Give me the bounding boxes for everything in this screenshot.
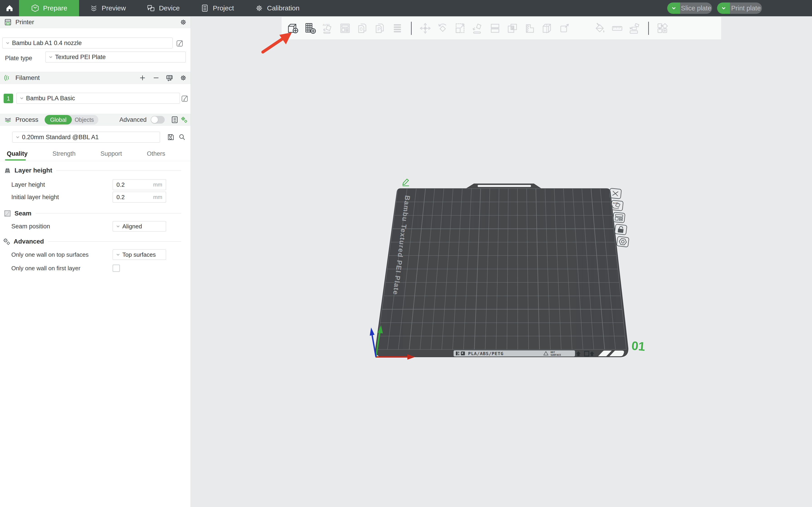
tab-project[interactable]: Project (190, 0, 244, 16)
tab-preview[interactable]: Preview (79, 0, 136, 16)
assembly-button (628, 22, 641, 35)
tab-label: Device (159, 4, 180, 12)
hex-nut-icon (619, 238, 627, 245)
search-icon (178, 133, 186, 141)
auto-orient-plate-button[interactable]: AUTO (611, 200, 623, 211)
only-one-wall-first-layer-checkbox[interactable] (113, 265, 120, 272)
build-plate[interactable]: Bambu Textured PEI Plate PLA/ABS/PETG HO… (375, 184, 646, 357)
lay-on-face-button (471, 22, 484, 35)
printer-section-header: .grn{stroke:#4CAC50;fill:#4CAC50;fill-op… (0, 16, 191, 28)
split-objects-icon (489, 22, 501, 35)
filament-slot-badge[interactable]: 1 (4, 94, 13, 103)
process-preset-value: 0.20mm Standard @BBL A1 (22, 134, 99, 141)
filament-preset-select[interactable]: Bambu PLA Basic (16, 93, 180, 104)
add-filament-button[interactable] (139, 74, 147, 82)
process-preset-select[interactable]: 0.20mm Standard @BBL A1 (12, 132, 160, 143)
lock-plate-button[interactable] (615, 224, 627, 235)
seam-position-select[interactable]: Aligned (113, 221, 166, 232)
remove-filament-button[interactable] (152, 74, 160, 82)
auto-orient-icon (612, 202, 620, 209)
strip-background (454, 350, 575, 356)
settings-sidebar: .grn{stroke:#4CAC50;fill:#4CAC50;fill-op… (0, 16, 191, 507)
save-preset-button[interactable] (167, 133, 175, 141)
search-preset-button[interactable] (178, 133, 186, 141)
svg-text:0: 0 (360, 26, 362, 32)
plate-surface[interactable] (375, 184, 628, 357)
filament-settings-button[interactable] (179, 74, 187, 82)
initial-layer-height-input[interactable]: 0.2 mm (113, 192, 166, 203)
seam-position-value: Aligned (122, 223, 142, 230)
strip-eject-icons (576, 351, 594, 356)
lock-open-icon (618, 226, 624, 233)
printer-preset-select[interactable]: Bambu Lab A1 0.4 nozzle (2, 38, 173, 48)
edit-printer-button[interactable] (176, 39, 185, 47)
advanced-toggle-label: Advanced (119, 116, 147, 123)
toolbar-separator (648, 22, 649, 35)
plate-type-value: Textured PEI Plate (55, 54, 106, 61)
strip-material-text: PLA/ABS/PETG (468, 351, 504, 356)
viewport-toolbar: AUTO 0 P Ta (282, 17, 721, 39)
add-model-button[interactable] (286, 22, 299, 35)
printer-settings-button[interactable] (179, 18, 187, 26)
layer-height-value: 0.2 (116, 181, 153, 188)
slice-plate-button[interactable]: Slice plate (667, 2, 712, 14)
printer-preset-value: Bambu Lab A1 0.4 nozzle (12, 40, 82, 47)
tab-quality[interactable]: Quality (7, 150, 28, 157)
chevron-down-icon (671, 5, 677, 11)
tab-strength[interactable]: Strength (53, 150, 76, 157)
print-plate-dropdown-arrow[interactable] (717, 2, 730, 14)
lay-on-face-icon (471, 22, 484, 35)
group-title: Advanced (14, 238, 44, 245)
svg-text:Ta: Ta (578, 24, 588, 34)
printer-section-title: Printer (15, 18, 34, 26)
cut-button (541, 22, 554, 35)
only-one-wall-top-select[interactable]: Top surfaces (113, 249, 166, 260)
initial-layer-height-unit: mm (153, 194, 162, 200)
tab-support[interactable]: Support (101, 150, 122, 157)
advanced-toggle[interactable] (151, 116, 165, 124)
layer-height-input[interactable]: 0.2 mm (113, 179, 166, 190)
plate-handle-slot (477, 185, 531, 187)
plate-type-select[interactable]: Textured PEI Plate (45, 52, 186, 62)
tab-label: Preview (102, 4, 126, 12)
plate-settings-button[interactable] (617, 236, 629, 247)
scope-global-button[interactable]: Global (45, 115, 72, 124)
close-icon (613, 191, 618, 196)
split-parts-icon (506, 22, 519, 35)
scope-objects-button[interactable]: Objects (72, 115, 98, 124)
tab-others[interactable]: Others (147, 150, 165, 157)
rotate-button (436, 22, 449, 35)
plate-brand-text: Bambu Textured PEI Plate (392, 195, 412, 296)
ams-icon (166, 74, 173, 82)
gear-icon (180, 18, 187, 26)
plate-type-label: Plate type (5, 53, 32, 64)
chevron-down-icon (115, 224, 120, 229)
edit-icon (181, 94, 189, 103)
process-section-title: Process (15, 116, 38, 123)
print-plate-button[interactable]: Print plate (717, 2, 762, 14)
arrange-plate-button[interactable] (613, 212, 625, 223)
plus-icon (139, 74, 146, 82)
search-gears-icon (180, 116, 188, 124)
slice-plate-label: Slice plate (680, 2, 712, 14)
toggle-knob (151, 116, 158, 123)
pencil-icon (403, 179, 408, 185)
tab-device[interactable]: Device (136, 0, 190, 16)
ams-sync-button[interactable] (166, 74, 174, 82)
advanced-gears-icon (3, 238, 10, 245)
tab-calibration[interactable]: Calibration (245, 0, 310, 16)
plate-number-label: 01 (631, 339, 646, 353)
search-settings-button[interactable] (180, 116, 188, 124)
edit-plate-name-button[interactable] (403, 179, 409, 186)
slice-plate-dropdown-arrow[interactable] (667, 2, 680, 14)
support-paint-button (558, 22, 571, 35)
edit-filament-button[interactable] (181, 94, 189, 103)
delete-plate-button[interactable] (609, 188, 621, 199)
tab-prepare[interactable]: Prepare (19, 0, 79, 16)
layer-height-icon (4, 167, 11, 174)
group-title: Layer height (14, 167, 52, 174)
advanced-group-header: Advanced (3, 238, 186, 245)
add-plate-button[interactable] (304, 22, 317, 35)
parameter-table-button[interactable] (170, 116, 179, 124)
home-button[interactable] (0, 0, 19, 16)
